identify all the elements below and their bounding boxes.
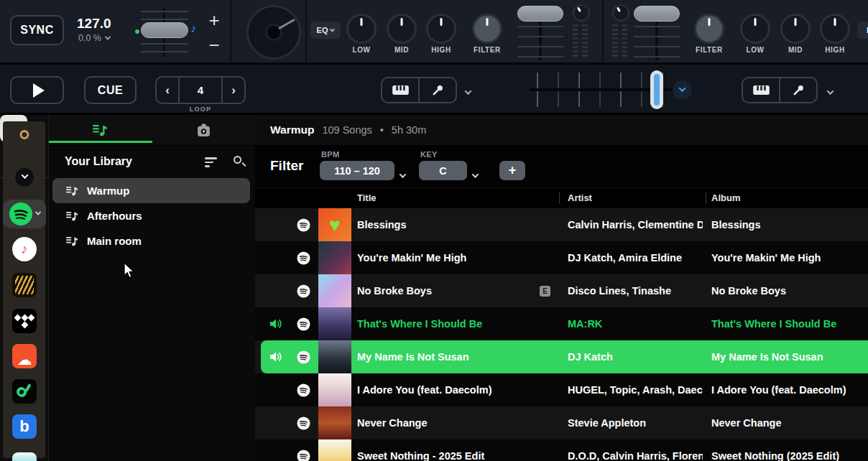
track-album: Blessings	[711, 208, 865, 241]
spotify-badge-icon	[297, 383, 310, 397]
eq-mode-dropdown[interactable]: EQ	[310, 22, 341, 39]
table-row[interactable]: Sweet Nothing - 2025 Edit D.O.D, Calvin …	[255, 439, 868, 461]
chevron-down-icon	[465, 88, 472, 95]
eq-mode-dropdown-right[interactable]: EQ	[857, 22, 868, 39]
track-browser: Warmup 109 Songs • 5h 30m Filter BPM 110…	[255, 115, 868, 461]
play-button[interactable]	[10, 76, 64, 104]
key-match-note-icon: ♪	[190, 22, 196, 35]
playlist-row-warmup[interactable]: Warmup	[52, 178, 250, 203]
volume-fader-right[interactable]	[634, 4, 680, 62]
keyboard-shortcuts-button-right[interactable]	[743, 78, 779, 102]
column-artist[interactable]: Artist	[568, 192, 592, 203]
tempo-percent-dropdown[interactable]: 0.0 %	[78, 33, 110, 43]
key-filter-dropdown[interactable]	[473, 168, 480, 175]
table-row[interactable]: That's Where I Should Be MA:RK That's Wh…	[255, 307, 868, 340]
track-artist: DJ Katch	[568, 340, 703, 373]
music-collection-icon[interactable]	[0, 115, 27, 142]
sidebar-item-dj-pool[interactable]	[12, 273, 37, 297]
tempo-minus-button[interactable]: −	[206, 36, 223, 55]
low-knob-left[interactable]: LOW	[346, 14, 377, 44]
tab-crates[interactable]	[152, 115, 256, 145]
table-row[interactable]: You're Makin' Me High DJ Katch, Amira El…	[255, 241, 868, 274]
add-filter-button[interactable]: +	[499, 161, 525, 180]
high-knob-left[interactable]: HIGH	[426, 14, 456, 44]
sync-status-dot	[135, 29, 139, 34]
track-album: I Adore You (feat. Daecolm)	[711, 373, 865, 406]
loop-halve-button[interactable]: ‹	[157, 78, 178, 103]
spotify-badge-icon	[297, 416, 310, 430]
track-title: You're Makin' Me High	[357, 252, 466, 264]
bpm-filter-dropdown[interactable]	[400, 168, 407, 175]
filter-label: Filter	[270, 158, 303, 174]
search-icon[interactable]	[233, 155, 246, 168]
table-row[interactable]: I Adore You (feat. Daecolm) HUGEL, Topic…	[255, 373, 868, 406]
filter-bar: Filter BPM 110 – 120 KEY C +	[255, 146, 868, 188]
djay-app-window: { "deck_controls": { "sync_label": "SYNC…	[0, 0, 868, 461]
keyboard-shortcuts-button[interactable]	[382, 78, 418, 102]
microphone-button[interactable]	[418, 78, 456, 102]
collapse-sources-button[interactable]	[14, 167, 34, 187]
sidebar-item-apple-music[interactable]: ♪	[12, 237, 37, 261]
sync-button[interactable]: SYNC	[10, 15, 64, 45]
volume-fader-left-handle[interactable]	[517, 6, 563, 22]
sort-icon[interactable]	[205, 157, 218, 167]
volume-fader-left[interactable]	[517, 4, 563, 62]
microphone-button-right[interactable]	[779, 78, 816, 102]
crossfader-options-button[interactable]	[673, 80, 692, 100]
deck-options-dropdown-left[interactable]	[466, 85, 473, 92]
table-row[interactable]: ♥ Blessings Calvin Harris, Clementine Do…	[255, 208, 868, 241]
spotify-badge-icon	[297, 350, 310, 364]
sidebar-item-beatport[interactable]	[12, 379, 37, 404]
low-knob-right[interactable]: LOW	[740, 14, 770, 44]
table-row[interactable]: My Name Is Not Susan DJ Katch My Name Is…	[255, 340, 868, 373]
tempo-slider-handle[interactable]	[141, 22, 188, 38]
library-tab-bar	[49, 115, 255, 146]
vu-meter-left	[571, 24, 588, 59]
jog-wheel[interactable]	[246, 5, 301, 60]
volume-fader-right-handle[interactable]	[634, 6, 680, 22]
filter-knob-right[interactable]: FILTER	[694, 14, 724, 44]
sidebar-item-spotify[interactable]	[3, 200, 46, 228]
separator-dot: •	[380, 124, 384, 136]
playlist-icon	[66, 211, 78, 221]
cue-button[interactable]: CUE	[84, 76, 137, 104]
loop-control: ‹ 4 ›	[155, 76, 246, 104]
track-artist: Disco Lines, Tinashe	[568, 274, 703, 307]
spotify-icon	[9, 202, 32, 225]
filter-knob-left[interactable]: FILTER	[472, 14, 502, 44]
loop-length-value[interactable]: 4	[178, 78, 223, 103]
sidebar-item-beatsource[interactable]: b	[12, 414, 37, 439]
playlist-row-main-room[interactable]: Main room	[52, 228, 250, 253]
sidebar-item-soundcloud[interactable]: ☁	[12, 344, 37, 368]
tempo-slider[interactable]	[141, 5, 188, 60]
deck-options-dropdown-right[interactable]	[828, 85, 835, 92]
column-album[interactable]: Album	[711, 192, 740, 203]
gain-knob-left[interactable]	[573, 4, 590, 22]
track-title: That's Where I Should Be	[357, 318, 482, 330]
bpm-filter-value[interactable]: 110 – 120	[320, 161, 394, 180]
album-art	[318, 439, 351, 461]
mid-knob-right[interactable]: MID	[780, 14, 811, 44]
track-album: My Name Is Not Susan	[711, 340, 865, 373]
sidebar-item-tidal[interactable]	[12, 309, 37, 333]
track-title: Sweet Nothing - 2025 Edit	[357, 450, 484, 461]
loop-double-button[interactable]: ›	[223, 78, 244, 103]
tempo-plus-button[interactable]: +	[206, 11, 223, 29]
mid-knob-left[interactable]: MID	[387, 14, 417, 44]
crossfader[interactable]	[530, 70, 673, 109]
playlist-name: Warmup	[87, 185, 129, 197]
table-row[interactable]: Never Change Stevie Appleton Never Chang…	[255, 406, 868, 439]
column-title[interactable]: Title	[357, 192, 377, 203]
spotify-badge-icon	[297, 284, 310, 298]
track-album: You're Makin' Me High	[711, 241, 865, 274]
playlist-row-afterhours[interactable]: Afterhours	[52, 203, 250, 228]
track-title: No Broke Boys	[357, 285, 432, 297]
high-knob-right[interactable]: HIGH	[820, 14, 850, 44]
crossfader-handle[interactable]	[650, 70, 663, 109]
gain-knob-right[interactable]	[612, 4, 629, 22]
sidebar-item-partial[interactable]	[12, 452, 37, 461]
table-row[interactable]: No Broke Boys E Disco Lines, Tinashe No …	[255, 274, 868, 307]
spotify-badge-icon	[297, 450, 310, 461]
playlist-name: Main room	[87, 235, 142, 247]
key-filter-value[interactable]: C	[419, 161, 467, 180]
